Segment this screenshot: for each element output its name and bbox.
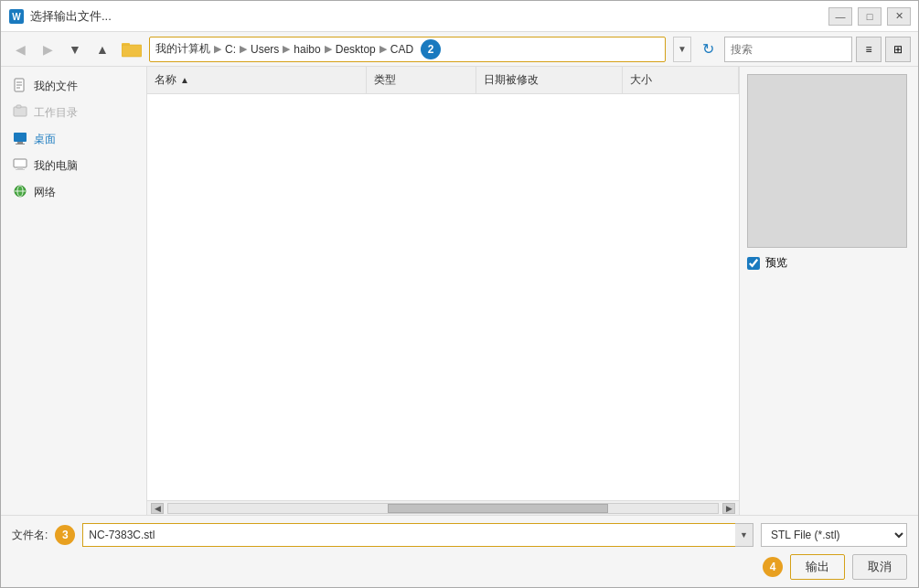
forward-button[interactable]: ▶	[36, 37, 59, 61]
filename-row: 文件名: 3 ▼ STL File (*.stl) OBJ File (*.ob…	[12, 523, 907, 547]
scroll-thumb[interactable]	[388, 504, 607, 513]
breadcrumb-c[interactable]: C:	[225, 43, 236, 56]
up-button[interactable]: ▲	[91, 37, 114, 61]
dropdown-icon: ▼	[69, 42, 81, 57]
svg-rect-16	[16, 169, 25, 170]
filetype-select[interactable]: STL File (*.stl) OBJ File (*.obj) STEP F…	[761, 523, 907, 547]
svg-rect-12	[17, 142, 23, 144]
breadcrumb-my-computer[interactable]: 我的计算机	[155, 41, 210, 57]
scroll-track[interactable]	[167, 503, 719, 514]
window-title: 选择输出文件...	[30, 8, 112, 25]
breadcrumb-desktop[interactable]: Desktop	[336, 43, 376, 56]
filename-input[interactable]	[82, 523, 753, 547]
refresh-button[interactable]: ↻	[695, 37, 721, 62]
sidebar-label: 工作目录	[34, 105, 78, 121]
refresh-icon: ↻	[702, 40, 714, 58]
svg-rect-11	[14, 133, 27, 142]
sidebar-item-desktop[interactable]: 桌面	[5, 127, 143, 152]
sidebar-item-my-files[interactable]: 我的文件	[5, 74, 143, 99]
main-area: 我的文件 工作目录 桌	[1, 67, 918, 515]
network-icon	[12, 184, 28, 201]
back-button[interactable]: ◀	[8, 37, 32, 61]
desktop-icon	[12, 131, 28, 148]
close-button[interactable]: ✕	[887, 7, 911, 26]
bottom-bar: 文件名: 3 ▼ STL File (*.stl) OBJ File (*.ob…	[1, 515, 918, 587]
folder-icon	[122, 41, 142, 58]
toolbar: ◀ ▶ ▼ ▲ 我的计算机 ▶ C: ▶ Users ▶ haibo ▶ Des…	[1, 32, 918, 67]
svg-rect-13	[16, 144, 25, 144]
step-badge-4: 4	[763, 557, 783, 577]
sidebar-item-network[interactable]: 网络	[5, 180, 143, 205]
col-header-size[interactable]: 大小	[623, 67, 739, 93]
path-dropdown-button[interactable]: ▼	[673, 37, 691, 62]
preview-checkbox-row: 预览	[747, 255, 911, 271]
actions-row: 4 输出 取消	[12, 554, 907, 580]
sidebar-label: 桌面	[34, 132, 56, 147]
svg-rect-10	[16, 105, 21, 108]
scroll-left-button[interactable]: ◀	[151, 503, 164, 514]
col-header-name[interactable]: 名称 ▲	[147, 67, 367, 93]
thumbnail-view-button[interactable]: ⊞	[885, 37, 911, 62]
breadcrumb-users[interactable]: Users	[251, 43, 279, 56]
search-input[interactable]	[724, 37, 852, 62]
list-view-button[interactable]: ≡	[856, 37, 882, 62]
list-view-icon: ≡	[865, 43, 871, 56]
preview-label: 预览	[765, 255, 787, 271]
step-badge-3: 3	[55, 525, 75, 545]
sort-arrow-icon: ▲	[180, 75, 189, 85]
svg-text:W: W	[12, 12, 21, 22]
computer-icon	[12, 157, 28, 175]
horizontal-scrollbar[interactable]: ◀ ▶	[147, 500, 739, 515]
filename-label: 文件名:	[12, 528, 48, 543]
file-pane: 名称 ▲ 类型 日期被修改 大小 ◀	[147, 67, 740, 515]
sidebar: 我的文件 工作目录 桌	[1, 67, 147, 515]
sidebar-label: 我的文件	[34, 79, 78, 94]
filename-dropdown-button[interactable]: ▼	[735, 523, 753, 547]
title-bar: W 选择输出文件... — □ ✕	[1, 1, 918, 32]
sidebar-label: 我的电脑	[34, 158, 78, 174]
svg-rect-14	[14, 159, 27, 167]
output-button[interactable]: 输出	[790, 554, 845, 580]
title-controls: — □ ✕	[828, 7, 911, 26]
file-icon	[12, 78, 28, 95]
breadcrumb: 我的计算机 ▶ C: ▶ Users ▶ haibo ▶ Desktop ▶ C…	[149, 37, 666, 62]
sidebar-item-work-dir: 工作目录	[5, 101, 143, 125]
breadcrumb-cad[interactable]: CAD	[390, 43, 413, 56]
forward-icon: ▶	[43, 42, 53, 57]
history-dropdown-button[interactable]: ▼	[63, 37, 87, 61]
col-header-date[interactable]: 日期被修改	[476, 67, 623, 93]
title-bar-left: W 选择输出文件...	[8, 8, 112, 25]
col-header-type[interactable]: 类型	[367, 67, 476, 93]
sidebar-item-my-computer[interactable]: 我的电脑	[5, 154, 143, 178]
scroll-right-button[interactable]: ▶	[722, 503, 735, 514]
up-icon: ▲	[96, 42, 109, 57]
filename-input-container: ▼	[82, 523, 753, 547]
column-headers: 名称 ▲ 类型 日期被修改 大小	[147, 67, 739, 94]
svg-rect-15	[17, 167, 23, 169]
thumbnail-view-icon: ⊞	[893, 43, 903, 56]
maximize-button[interactable]: □	[858, 7, 882, 26]
cancel-button[interactable]: 取消	[852, 554, 907, 580]
main-window: W 选择输出文件... — □ ✕ ◀ ▶ ▼ ▲	[0, 0, 919, 588]
file-list	[147, 94, 739, 500]
app-icon: W	[8, 8, 25, 25]
preview-image	[747, 74, 907, 248]
sidebar-label: 网络	[34, 185, 56, 200]
minimize-button[interactable]: —	[828, 7, 852, 26]
step-badge-2: 2	[421, 39, 441, 59]
preview-checkbox[interactable]	[747, 257, 760, 270]
back-icon: ◀	[16, 42, 26, 57]
work-dir-icon	[12, 104, 28, 122]
preview-pane: 预览	[740, 67, 918, 515]
breadcrumb-haibo[interactable]: haibo	[294, 43, 320, 56]
